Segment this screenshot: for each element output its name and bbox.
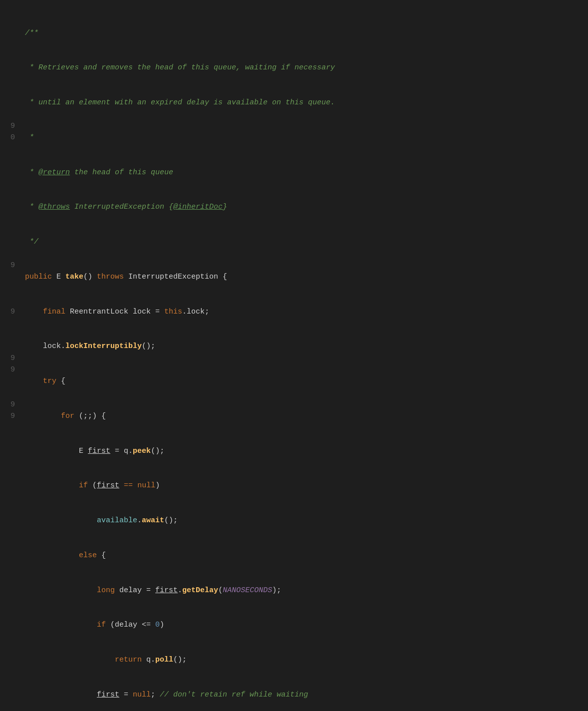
line-1: /** bbox=[25, 27, 588, 39]
line-10: lock.lockInterruptibly(); bbox=[25, 341, 588, 352]
line-2: * Retrieves and removes the head of this… bbox=[25, 62, 588, 73]
line-14: if (first == null) bbox=[25, 480, 588, 491]
line-16: else { bbox=[25, 550, 588, 561]
line-20: first = null; // don't retain ref while … bbox=[25, 689, 588, 701]
code-body: /** * Retrieves and removes the head of … bbox=[21, 4, 588, 711]
line-6: * @throws InterruptedException {@inherit… bbox=[25, 201, 588, 213]
code-editor: 9 0 9 9 9 9 9 9 /** bbox=[0, 0, 588, 711]
line-18: if (delay <= 0) bbox=[25, 619, 588, 631]
line-12: for (;;) { bbox=[25, 410, 588, 422]
line-numbers: 9 0 9 9 9 9 9 9 bbox=[0, 4, 21, 711]
line-13: E first = q.peek(); bbox=[25, 445, 588, 457]
line-9: final ReentrantLock lock = this.lock; bbox=[25, 306, 588, 318]
line-11: try { bbox=[25, 375, 588, 387]
line-15: available.await(); bbox=[25, 515, 588, 526]
line-5: * @return the head of this queue bbox=[25, 167, 588, 178]
line-17: long delay = first.getDelay(NANOSECONDS)… bbox=[25, 585, 588, 596]
line-4: * bbox=[25, 132, 588, 143]
line-8: public E take() throws InterruptedExcept… bbox=[25, 271, 588, 283]
line-7: */ bbox=[25, 236, 588, 248]
line-3: * until an element with an expired delay… bbox=[25, 97, 588, 108]
line-19: return q.poll(); bbox=[25, 654, 588, 666]
